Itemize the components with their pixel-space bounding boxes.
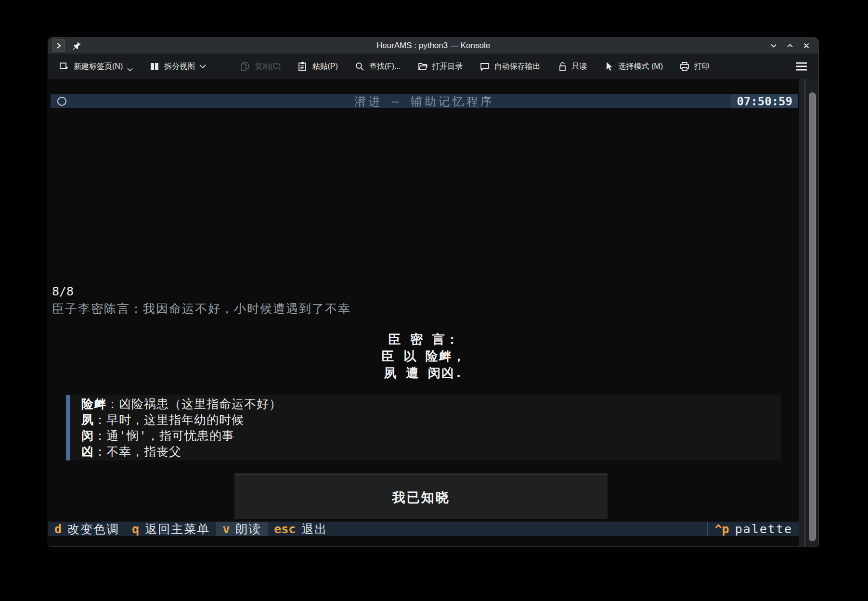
annotation-text: ：凶险祸患（这里指命运不好） bbox=[106, 397, 282, 411]
terminal-app-icon bbox=[52, 39, 65, 52]
terminal-viewport: 潜进 – 辅助记忆程序 07:50:59 8/8 臣子李密陈言：我因命运不好，小… bbox=[48, 79, 818, 546]
read-only-button[interactable]: 只读 bbox=[557, 61, 587, 72]
key-label: 退出 bbox=[301, 521, 327, 537]
scrollbar-thumb[interactable] bbox=[809, 92, 816, 541]
select-mode-label: 选择模式 (M) bbox=[619, 62, 663, 72]
open-directory-button[interactable]: 打开目录 bbox=[417, 61, 463, 72]
key-binding: d bbox=[54, 522, 62, 536]
konsole-window: HeurAMS : python3 — Konsole 新建标签页(N) bbox=[48, 38, 818, 546]
annotation-text: ：通'悯'，指可忧患的事 bbox=[94, 429, 234, 443]
chevron-down-icon bbox=[127, 68, 133, 72]
find-label: 查找(F)... bbox=[369, 62, 401, 72]
footer-key-change-theme[interactable]: d 改变色调 bbox=[48, 522, 126, 536]
key-binding: q bbox=[132, 522, 139, 536]
toolbar: 新建标签页(N) 拆分视图 复制(C) 粘贴(P) bbox=[48, 54, 818, 79]
annotation-line: 闵：通'悯'，指可忧患的事 bbox=[81, 428, 781, 444]
verse-block: 臣 密 言： 臣 以 险衅， 夙 遭 闵凶. bbox=[48, 331, 799, 382]
split-view-button[interactable]: 拆分视图 bbox=[149, 61, 206, 72]
verse-line: 夙 遭 闵凶. bbox=[48, 365, 799, 382]
lock-open-icon bbox=[557, 61, 568, 72]
key-binding: ^p bbox=[715, 522, 729, 536]
close-button[interactable] bbox=[800, 39, 813, 52]
scrollbar-track[interactable] bbox=[799, 79, 818, 546]
key-label: 改变色调 bbox=[67, 521, 119, 537]
tui-app: 潜进 – 辅助记忆程序 07:50:59 8/8 臣子李密陈言：我因命运不好，小… bbox=[48, 79, 799, 546]
scrollbar-divider bbox=[804, 79, 805, 546]
split-view-icon bbox=[149, 61, 160, 72]
translation-line: 臣子李密陈言：我因命运不好，小时候遭遇到了不幸 bbox=[52, 301, 351, 317]
tui-header: 潜进 – 辅助记忆程序 07:50:59 bbox=[51, 94, 798, 108]
minimize-button[interactable] bbox=[767, 39, 780, 52]
autosave-output-label: 自动保存输出 bbox=[494, 62, 541, 72]
folder-open-icon bbox=[417, 61, 428, 72]
annotation-term: 凶 bbox=[81, 445, 94, 459]
verse-line: 臣 以 险衅， bbox=[48, 348, 799, 365]
window-title: HeurAMS : python3 — Konsole bbox=[48, 41, 818, 51]
annotation-line: 险衅：凶险祸患（这里指命运不好） bbox=[81, 396, 781, 412]
footer-key-read-aloud[interactable]: v 朗读 bbox=[216, 522, 268, 536]
verse-line: 臣 密 言： bbox=[48, 331, 799, 348]
hamburger-menu-button[interactable] bbox=[795, 62, 808, 71]
footer-key-exit[interactable]: esc 退出 bbox=[268, 522, 334, 536]
annotation-text: ：早时，这里指年幼的时候 bbox=[94, 413, 244, 427]
annotation-box: 险衅：凶险祸患（这里指命运不好） 夙：早时，这里指年幼的时候 闵：通'悯'，指可… bbox=[66, 395, 781, 460]
paste-icon bbox=[297, 61, 308, 72]
tab-new-icon bbox=[59, 61, 69, 72]
chevron-down-icon bbox=[199, 64, 206, 69]
footer-key-palette[interactable]: ^p palette bbox=[715, 522, 799, 536]
read-only-label: 只读 bbox=[572, 62, 587, 72]
annotation-term: 险衅 bbox=[81, 397, 106, 411]
tui-app-title: 潜进 – 辅助记忆程序 bbox=[51, 94, 798, 109]
maximize-button[interactable] bbox=[784, 39, 796, 52]
footer-divider bbox=[707, 522, 708, 536]
select-mode-button[interactable]: 选择模式 (M) bbox=[604, 61, 663, 72]
print-button[interactable]: 打印 bbox=[679, 61, 710, 72]
key-label: 返回主菜单 bbox=[145, 521, 210, 537]
speech-bubble-icon bbox=[479, 61, 490, 72]
hamburger-menu-icon bbox=[795, 62, 808, 71]
annotation-line: 夙：早时，这里指年幼的时候 bbox=[81, 412, 781, 428]
acknowledge-button[interactable]: 我已知晓 bbox=[234, 473, 608, 519]
copy-label: 复制(C) bbox=[255, 62, 281, 72]
key-label: palette bbox=[735, 522, 792, 536]
cursor-arrow-icon bbox=[604, 61, 614, 72]
autosave-output-button[interactable]: 自动保存输出 bbox=[479, 61, 541, 72]
annotation-term: 夙 bbox=[81, 413, 94, 427]
title-bar: HeurAMS : python3 — Konsole bbox=[48, 38, 818, 54]
footer-key-main-menu[interactable]: q 返回主菜单 bbox=[126, 522, 216, 536]
split-view-label: 拆分视图 bbox=[164, 62, 195, 72]
key-label: 朗读 bbox=[235, 521, 261, 537]
key-binding: esc bbox=[274, 522, 296, 536]
clock: 07:50:59 bbox=[731, 94, 798, 108]
key-binding: v bbox=[222, 522, 230, 536]
search-icon bbox=[354, 61, 365, 72]
print-label: 打印 bbox=[694, 62, 710, 72]
paste-label: 粘贴(P) bbox=[312, 62, 337, 72]
copy-icon bbox=[240, 61, 250, 72]
annotation-term: 闵 bbox=[81, 429, 94, 443]
find-button[interactable]: 查找(F)... bbox=[354, 61, 401, 72]
annotation-text: ：不幸，指丧父 bbox=[94, 445, 181, 459]
new-tab-label: 新建标签页(N) bbox=[74, 62, 123, 72]
progress-counter: 8/8 bbox=[52, 284, 74, 298]
paste-button[interactable]: 粘贴(P) bbox=[297, 61, 337, 72]
copy-button: 复制(C) bbox=[240, 61, 281, 72]
printer-icon bbox=[679, 61, 690, 72]
annotation-line: 凶：不幸，指丧父 bbox=[81, 444, 781, 460]
pin-icon[interactable] bbox=[72, 41, 81, 51]
tui-footer: d 改变色调 q 返回主菜单 v 朗读 esc 退出 ^p bbox=[48, 522, 799, 536]
open-directory-label: 打开目录 bbox=[432, 62, 463, 72]
new-tab-button[interactable]: 新建标签页(N) bbox=[59, 61, 133, 72]
